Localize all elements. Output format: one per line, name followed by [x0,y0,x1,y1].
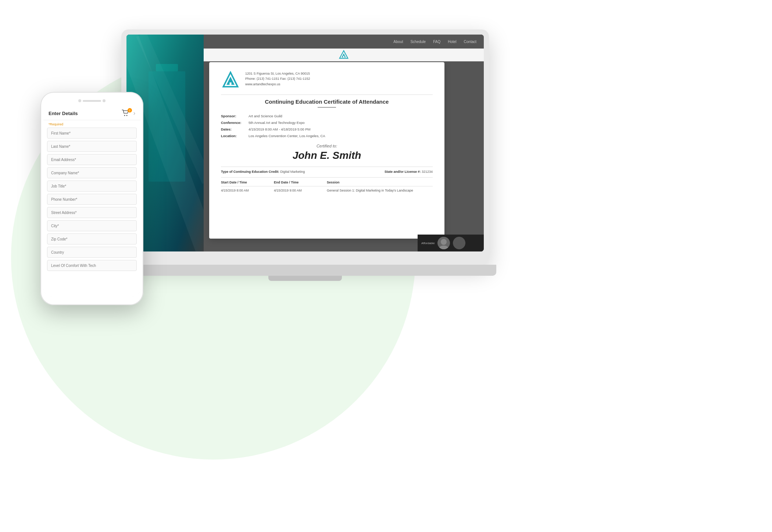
form-field-zip [47,233,137,244]
certificate-panel: 1201 S Figueroa St, Los Angeles, CA 9001… [209,62,444,239]
city-input[interactable] [47,220,137,231]
cert-logo-icon [221,71,240,90]
cert-license-value: 321234 [422,170,433,174]
svg-point-14 [126,115,127,116]
avatar-circle-2 [453,237,465,249]
cert-dates-value: 4/15/2019 8:00 AM - 4/18/2019 5:00 PM [249,127,310,131]
form-field-phone [47,194,137,205]
street-input[interactable] [47,207,137,218]
cert-certified-to: Certified to: [221,144,433,148]
cert-session-name-0: General Session 1: Digital Marketing in … [327,189,433,192]
form-field-first-name [47,128,137,139]
cert-session-start-0: 4/15/2019 8:00 AM [221,189,274,192]
cert-address-line3: www.artandtechexpo.us [245,82,310,87]
cert-conference-value: 5th Annual Art and Technology Expo [249,121,304,125]
tech-comfort-input[interactable] [47,260,137,271]
cert-location-value: Los Angeles Convention Center, Los Angel… [249,134,325,138]
cert-col-session: Session [327,181,433,184]
country-input[interactable] [47,247,137,258]
bottom-bar-text: Affordable [421,242,435,245]
job-title-input[interactable] [47,181,137,192]
form-field-email [47,154,137,165]
cert-sponsor-label: Sponsor: [221,113,249,119]
svg-rect-3 [149,71,185,182]
phone-header-right: 0 › [122,110,135,117]
phone-top-bar [43,97,140,104]
phone-camera [78,99,81,102]
svg-rect-7 [343,56,344,57]
cert-divider-1 [221,94,433,95]
form-field-company [47,167,137,178]
phone-input[interactable] [47,194,137,205]
cert-divider-2 [221,167,433,167]
first-name-input[interactable] [47,128,137,139]
cert-location-label: Location: [221,133,249,139]
zip-input[interactable] [47,233,137,244]
nav-faq[interactable]: FAQ [433,40,440,44]
laptop-notch [268,276,342,281]
cert-license-label: State and/or License #: [385,170,421,174]
cert-col-end: End Date / Time [274,181,327,184]
company-input[interactable] [47,167,137,178]
screen-content: About Schedule FAQ Hotel Contact [126,35,484,251]
cert-col-start: Start Date / Time [221,181,274,184]
form-field-job-title [47,181,137,192]
avatar-circle [437,237,450,249]
phone-camera-2 [103,99,106,102]
nav-contact[interactable]: Contact [464,40,476,44]
cert-sessions-header: Start Date / Time End Date / Time Sessio… [221,181,433,186]
last-name-input[interactable] [47,141,137,152]
phone-speaker [83,100,101,102]
form-field-city [47,220,137,231]
cert-address-block: 1201 S Figueroa St, Los Angeles, CA 9001… [245,71,310,87]
laptop-base [114,265,496,276]
laptop-navbar: About Schedule FAQ Hotel Contact [204,35,484,49]
site-logo-icon [339,50,349,60]
cart-icon-button[interactable]: 0 [122,110,131,117]
svg-rect-10 [229,82,231,85]
nav-about[interactable]: About [393,40,403,44]
bottom-video-bar: Affordable [418,235,484,251]
cert-conference-label: Conference: [221,119,249,126]
cert-address-line1: 1201 S Figueroa St, Los Angeles, CA 9001… [245,71,310,76]
phone-form [43,128,140,297]
phone-form-title: Enter Details [49,111,78,116]
cert-divider-3 [221,177,433,178]
cert-details: Sponsor:Art and Science Guild Conference… [221,113,433,139]
svg-point-12 [439,246,448,249]
cert-address-line2: Phone: (213) 741-1151 Fax: (213) 741-115… [245,76,310,81]
cert-recipient-name: John E. Smith [221,150,433,161]
laptop-device: About Schedule FAQ Hotel Contact [103,29,489,471]
form-field-last-name [47,141,137,152]
cart-badge: 0 [128,108,132,113]
svg-point-11 [441,239,447,245]
email-input[interactable] [47,154,137,165]
phone-outer-frame: Enter Details 0 › *Required [40,92,143,305]
svg-point-13 [124,115,125,116]
laptop-outer-frame: About Schedule FAQ Hotel Contact [121,29,489,265]
cert-dates-label: Dates: [221,126,249,133]
laptop-logo-bar [204,49,484,61]
next-chevron[interactable]: › [133,110,135,117]
cert-title: Continuing Education Certificate of Atte… [221,99,433,105]
form-field-country [47,247,137,258]
svg-rect-4 [156,64,178,71]
required-label: *Required [43,120,140,128]
form-field-street [47,207,137,218]
laptop-screen: About Schedule FAQ Hotel Contact [126,35,484,251]
cert-session-end-0: 4/15/2019 9:00 AM [274,189,327,192]
cert-credit-type-label: Type of Continuing Education Credit: [221,170,279,174]
cert-sponsor-value: Art and Science Guild [249,114,282,118]
cert-session-row-0: 4/15/2019 8:00 AM 4/15/2019 9:00 AM Gene… [221,189,433,192]
nav-schedule[interactable]: Schedule [410,40,426,44]
phone-header: Enter Details 0 › [43,106,140,120]
phone-screen: Enter Details 0 › *Required [43,106,140,297]
cert-title-underline [318,107,336,108]
nav-hotel[interactable]: Hotel [448,40,456,44]
cert-credit-type-value: Digital Marketing [280,170,305,174]
phone-device: Enter Details 0 › *Required [40,92,143,305]
cert-credit-row: Type of Continuing Education Credit: Dig… [221,170,433,174]
cert-header: 1201 S Figueroa St, Los Angeles, CA 9001… [221,71,433,90]
form-field-tech-comfort [47,260,137,271]
